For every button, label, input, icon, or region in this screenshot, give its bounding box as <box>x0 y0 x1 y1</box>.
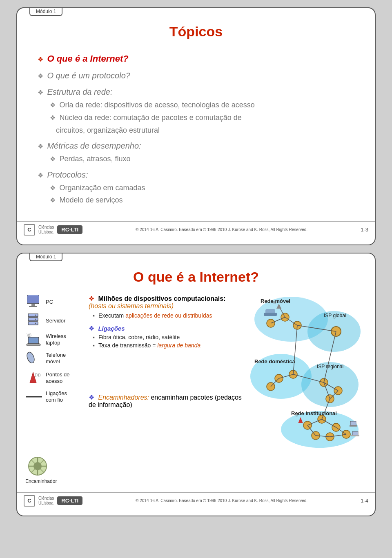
slide1-title: Tópicos <box>17 8 375 47</box>
diamond-5: ❖ <box>38 170 43 181</box>
section3-diamond: ❖ <box>89 393 94 401</box>
col-middle: ❖ Milhões de dispositivos computacionais… <box>89 295 248 451</box>
logo-text-1b: ULisboa <box>38 230 54 235</box>
largura-text: largura de banda <box>157 342 200 349</box>
svg-text:)))): )))) <box>27 333 31 337</box>
svg-rect-2 <box>31 304 35 306</box>
estrutura-sub-1: ❖ Orla da rede: dispositivos de acesso, … <box>50 99 354 111</box>
svg-rect-4 <box>28 313 38 317</box>
protocolos-sub-2: ❖ Modelo de serviços <box>50 194 354 207</box>
svg-point-14 <box>27 351 36 364</box>
svg-rect-12 <box>29 338 38 343</box>
logo-c-1: C <box>24 224 35 236</box>
diamond-4: ❖ <box>38 141 43 152</box>
section2-header: Ligações <box>98 325 125 332</box>
topic-list: ❖ O que é a Internet? ❖ O que é um proto… <box>38 51 354 207</box>
protocolos-sub-1: ❖ Organização em camadas <box>50 182 354 194</box>
section2-item-1: Fibra ótica, cobre, rádio, satélite <box>93 334 244 340</box>
telefone-icon <box>25 351 42 366</box>
footer-copy-2: © 2014-16 A. Casimiro. Baseado em © 1996… <box>82 498 361 503</box>
telefone-label: Telefonemóvel <box>46 352 66 365</box>
svg-rect-72 <box>351 435 359 436</box>
svg-rect-6 <box>28 322 38 325</box>
logo-c-2: C <box>24 495 35 507</box>
svg-rect-3 <box>29 306 37 307</box>
ap-icon: )))) <box>25 371 42 385</box>
topic-internet: ❖ O que é a Internet? <box>38 51 354 66</box>
col-network: Rede móvel ISP global Rede doméstica ISP… <box>248 295 367 451</box>
topic-protocol-text: O que é um protocolo? <box>47 71 130 80</box>
svg-rect-1 <box>27 296 39 303</box>
logo-text-2a: Ciências <box>38 496 54 501</box>
svg-rect-69 <box>350 421 356 425</box>
device-telefone: Telefonemóvel <box>25 351 85 366</box>
footer-page-1: 1-3 <box>361 227 368 233</box>
protocolos-sub-list: ❖ Organização em camadas ❖ Modelo de ser… <box>38 182 354 207</box>
diamond-1: ❖ <box>38 54 43 65</box>
metricas-sub-list: ❖ Perdas, atrasos, fluxo <box>38 153 354 165</box>
svg-rect-5 <box>28 318 38 321</box>
wireless-laptop-label: Wirelesslaptop <box>46 333 66 346</box>
section1: ❖ Milhões de dispositivos computacionais… <box>89 295 244 319</box>
slide1-content: ❖ O que é a Internet? ❖ O que é um proto… <box>17 47 375 217</box>
device-ap: )))) Pontos deacesso <box>25 371 85 385</box>
device-pc: PC <box>25 295 85 309</box>
footer-badge-1: RC-LTI <box>57 225 82 234</box>
svg-text:Rede institucional: Rede institucional <box>291 410 337 416</box>
footer-copy-1: © 2014-16 A. Casimiro. Baseado em © 1996… <box>82 227 361 232</box>
estrutura-sub-1-text: Orla da rede: dispositivos de acesso, te… <box>59 101 254 109</box>
diamond-3a: ❖ <box>50 100 56 111</box>
topic-protocolos: ❖ Protocolos: ❖ Organização em camadas ❖… <box>38 168 354 207</box>
svg-text:))): ))) <box>273 300 276 304</box>
servidor-icon <box>25 313 42 328</box>
device-servidor: Servidor <box>25 313 85 328</box>
logo-text-1a: Ciências <box>38 225 54 230</box>
diamond-2: ❖ <box>38 71 43 82</box>
fio-label: Ligaçõescom fio <box>46 390 67 403</box>
estrutura-sub-list: ❖ Orla da rede: dispositivos de acesso, … <box>38 99 354 136</box>
svg-point-7 <box>35 314 36 316</box>
topic-metricas-text: Métricas de desempenho: <box>47 141 141 150</box>
svg-text:)))): )))) <box>35 372 41 377</box>
diamond-3b: ❖ <box>50 112 56 123</box>
topic-protocolos-text: Protocolos: <box>47 170 88 179</box>
logo-text-2: Ciências ULisboa <box>38 496 54 506</box>
slide-1: Módulo 1 Tópicos ❖ O que é a Internet? ❖… <box>16 7 376 245</box>
logo-text-1: Ciências ULisboa <box>38 225 54 235</box>
diamond-3: ❖ <box>38 87 43 98</box>
estrutura-sub-2-text: Núcleo da rede: comutação de pacotes e c… <box>50 113 242 134</box>
section1-italic: (hosts ou sistemas terminais) <box>89 302 174 309</box>
encam-label: Encaminhador <box>25 478 50 484</box>
pc-icon <box>25 295 42 309</box>
section2-item-2: Taxa de transmissão = largura de banda <box>93 342 244 349</box>
footer-left-1: C Ciências ULisboa RC-LTI <box>24 224 82 236</box>
slide1-footer: C Ciências ULisboa RC-LTI © 2014-16 A. C… <box>17 221 375 237</box>
slide2-title: O que é a Internet? <box>17 253 375 291</box>
protocolos-sub-1-text: Organização em camadas <box>59 184 145 192</box>
topic-estrutura-text: Estrutura da rede: <box>47 87 112 96</box>
section3: ❖ Encaminhadores: encaminham pacotes (pe… <box>89 393 244 409</box>
svg-rect-36 <box>264 313 277 316</box>
slide2-body: PC Servidor <box>17 291 375 456</box>
footer-badge-2: RC-LTI <box>57 496 82 505</box>
metricas-sub-1-text: Perdas, atrasos, fluxo <box>59 155 130 163</box>
section1-item-1: Executam aplicações de rede ou distribuí… <box>93 312 244 319</box>
diamond-4a: ❖ <box>50 153 56 165</box>
encam-row: Encaminhador <box>17 456 375 488</box>
encaminhador-icon <box>27 456 48 477</box>
section1-header: Milhões de dispositivos computacionais: <box>98 295 225 302</box>
ap-group: )))) Pontos deacesso Ligaçõescom fio <box>25 371 85 404</box>
metricas-sub-1: ❖ Perdas, atrasos, fluxo <box>50 153 354 165</box>
ap-label: Pontos deacesso <box>46 371 70 384</box>
encam-icon-wrapper: Encaminhador <box>25 456 50 484</box>
device-wireless-laptop: )))) Wirelesslaptop <box>25 332 85 347</box>
svg-point-9 <box>35 322 36 324</box>
svg-rect-13 <box>27 344 40 346</box>
fio-icon <box>25 389 42 404</box>
col-devices: PC Servidor <box>25 295 89 451</box>
svg-text:ISP regional: ISP regional <box>317 364 343 369</box>
slide2-footer: C Ciências ULisboa RC-LTI © 2014-16 A. C… <box>17 492 375 508</box>
section1-list: Executam aplicações de rede ou distribuí… <box>93 312 244 319</box>
aplicacoes-text: aplicações de rede ou distribuídas <box>125 312 212 319</box>
diamond-5a: ❖ <box>50 182 56 193</box>
